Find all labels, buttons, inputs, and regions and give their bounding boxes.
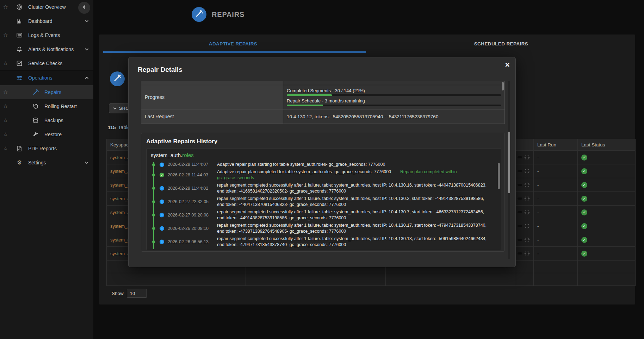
spinner-icon — [524, 223, 530, 229]
table-cell: - — [534, 192, 578, 206]
sidebar-item-label: Service Checks — [28, 61, 62, 66]
star-icon[interactable]: ☆ — [3, 145, 8, 152]
table-cell: - — [534, 247, 578, 260]
sidebar-item-label: Alerts & Notifications — [28, 46, 74, 52]
chevron-down-icon — [84, 18, 89, 24]
history-title: Adaptive Repairs History — [146, 138, 217, 145]
tab-scheduled-repairs[interactable]: SCHEDULED REPAIRS — [367, 34, 635, 53]
last-run-value: - — [537, 169, 539, 174]
adaptive-repairs-history-panel: Adaptive Repairs History system_auth.rol… — [141, 133, 505, 252]
sidebar-item-service-checks[interactable]: ☆Service Checks — [0, 56, 93, 70]
gear-icon: ⚙ — [16, 159, 23, 166]
close-icon[interactable]: × — [505, 61, 510, 69]
progress-bar-end — [518, 184, 522, 186]
info-icon: i — [160, 226, 164, 231]
table-cell — [534, 260, 578, 273]
entry-message: repair segment completed successfully af… — [217, 236, 495, 248]
table-cell: ✓ — [578, 151, 635, 164]
page-size-label: Show — [112, 291, 124, 296]
sidebar-item-dashboard[interactable]: Dashboard — [0, 14, 93, 28]
rotate-ccw-icon — [32, 103, 39, 109]
star-icon[interactable]: ☆ — [3, 60, 8, 67]
sidebar-item-pdf-reports[interactable]: ☆PDF Reports — [0, 142, 93, 156]
table-cell — [516, 192, 534, 206]
status-success-icon: ✓ — [581, 182, 587, 188]
spinner-icon — [524, 155, 530, 160]
info-icon: i — [160, 213, 164, 218]
sidebar-item-settings[interactable]: ⚙Settings — [0, 156, 93, 170]
progress-bar-end — [518, 225, 522, 227]
progress-track — [287, 105, 501, 106]
spinner-icon — [524, 168, 530, 174]
last-request-value: 10.4.130.12, tokens: -548205205581370594… — [283, 109, 504, 124]
info-icon: i — [160, 200, 164, 204]
progress-track — [287, 94, 501, 96]
table-cell: - — [534, 178, 578, 192]
repairs-header-icon-circle — [192, 7, 206, 22]
sidebar-item-alerts-notifications[interactable]: Alerts & Notifications — [0, 42, 93, 56]
info-icon: i — [160, 162, 164, 167]
last-run-value: - — [537, 251, 539, 256]
history-table-name: system_auth.roles — [147, 149, 501, 161]
sidebar-item-label: Operations — [28, 75, 52, 81]
status-success-icon: ✓ — [581, 209, 587, 215]
scrolled-row — [141, 81, 504, 85]
star-icon[interactable]: ☆ — [3, 4, 8, 10]
history-entry: i2026-02-28 11:44:02repair segment compl… — [147, 182, 501, 195]
timeline-dot — [152, 174, 155, 176]
last-run-value: - — [537, 182, 539, 188]
app-screen: ☆Cluster OverviewDashboard☆Logs & Events… — [0, 0, 644, 339]
star-icon[interactable]: ☆ — [3, 103, 8, 109]
check-icon: ✓ — [160, 173, 164, 177]
status-success-icon: ✓ — [581, 155, 587, 161]
star-icon[interactable]: ☆ — [3, 32, 8, 38]
history-entry: i2026-02-26 11:43:52startedAdaptive Repa… — [147, 249, 501, 249]
history-scrollbar-thumb[interactable] — [498, 163, 500, 189]
chevron-down-icon — [112, 106, 117, 111]
last-request-label: Last Request — [141, 109, 283, 124]
page-size-select[interactable]: 10 — [127, 289, 147, 298]
bar-chart-icon — [16, 18, 23, 24]
table-cell: - — [534, 233, 578, 247]
timeline-dot — [152, 227, 155, 230]
repair-details-table: Progress Completed Segments - 30 / 144 (… — [141, 81, 505, 124]
table-cell — [578, 273, 635, 286]
modal-scrollbar-track — [508, 81, 510, 259]
table-cell: ✓ — [578, 206, 635, 219]
table-cell — [386, 273, 516, 286]
details-table-scrollbar[interactable] — [502, 82, 504, 90]
sidebar-item-repairs[interactable]: ☆Repairs — [0, 85, 93, 99]
entry-message: repair segment completed successfully af… — [217, 196, 495, 208]
wrench-icon — [32, 131, 39, 138]
sidebar-item-restore[interactable]: ☆Restore — [0, 127, 93, 142]
spinner-icon — [524, 251, 530, 256]
last-run-value: - — [537, 210, 539, 215]
status-success-icon: ✓ — [581, 237, 587, 243]
timeline-dot — [152, 163, 155, 166]
star-icon[interactable]: ☆ — [3, 89, 8, 95]
sidebar-item-logs-events[interactable]: ☆Logs & Events — [0, 28, 93, 42]
sidebar-collapse-button[interactable] — [78, 2, 90, 14]
progress-bar-end — [518, 252, 522, 255]
tab-adaptive-repairs[interactable]: ADAPTIVE REPAIRS — [99, 34, 367, 53]
sidebar-item-rolling-restart[interactable]: ☆Rolling Restart — [0, 99, 93, 113]
sidebar-item-operations[interactable]: Operations — [0, 70, 93, 85]
table-cell — [578, 260, 635, 273]
bell-icon — [16, 46, 23, 52]
table-cell: ✓ — [578, 164, 635, 178]
sidebar-item-label: Backups — [44, 118, 63, 123]
table-cell — [516, 260, 534, 273]
star-icon[interactable]: ☆ — [3, 117, 8, 124]
table-cell — [107, 273, 246, 286]
table-name-suffix: roles — [182, 152, 194, 158]
star-icon[interactable]: ☆ — [3, 131, 8, 138]
page-title: REPAIRS — [212, 0, 244, 29]
history-entry: ✓2026-02-28 11:44:03Adaptive repair plan… — [147, 168, 501, 182]
entry-message: repair segment completed successfully af… — [217, 209, 495, 221]
sidebar-item-backups[interactable]: ☆Backups — [0, 113, 93, 127]
table-cell — [246, 273, 386, 286]
progress-bar-end — [518, 197, 522, 200]
table-cell: ✓ — [578, 178, 635, 192]
timeline-dot — [152, 214, 155, 216]
modal-scrollbar-thumb[interactable] — [508, 132, 510, 193]
